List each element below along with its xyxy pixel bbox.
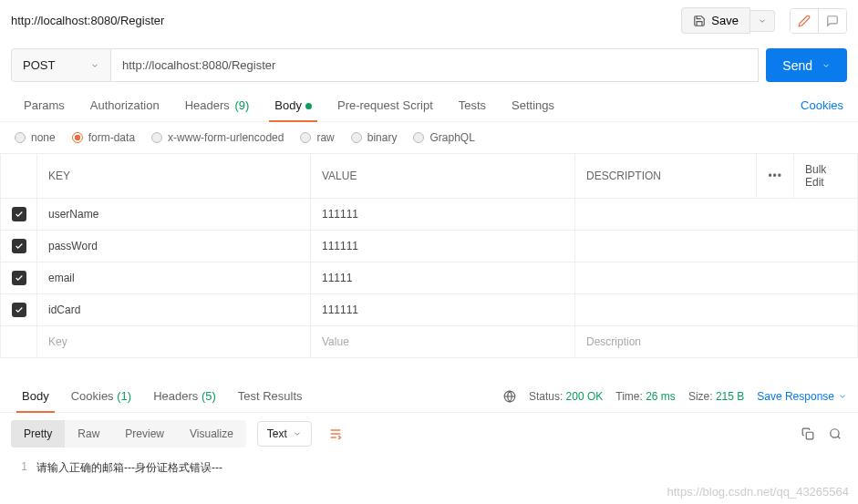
- description-cell[interactable]: [575, 294, 858, 326]
- table-row[interactable]: userName111111: [1, 199, 858, 231]
- key-cell[interactable]: email: [37, 262, 311, 294]
- svg-point-5: [831, 429, 839, 437]
- chevron-down-icon: [758, 16, 767, 26]
- tab-authorization[interactable]: Authorization: [78, 89, 172, 121]
- bulk-edit-link[interactable]: Bulk Edit: [805, 163, 826, 189]
- response-tab-headers[interactable]: Headers (5): [142, 380, 227, 412]
- table-row-new[interactable]: KeyValueDescription: [1, 326, 858, 358]
- checkbox[interactable]: [12, 303, 26, 317]
- tab-body[interactable]: Body: [262, 89, 325, 121]
- body-type-graphql[interactable]: GraphQL: [413, 131, 474, 144]
- wrap-icon: [328, 427, 343, 441]
- body-type-raw[interactable]: raw: [300, 131, 334, 144]
- tab-tests[interactable]: Tests: [446, 89, 499, 121]
- tab-params[interactable]: Params: [11, 89, 78, 121]
- view-pretty[interactable]: Pretty: [11, 420, 65, 447]
- save-button[interactable]: Save: [681, 7, 750, 34]
- value-placeholder[interactable]: Value: [311, 326, 575, 358]
- edit-button[interactable]: [791, 9, 818, 33]
- checkbox[interactable]: [12, 207, 26, 221]
- description-placeholder[interactable]: Description: [575, 326, 858, 358]
- save-response-link[interactable]: Save Response: [757, 390, 847, 403]
- table-row[interactable]: passWord111111: [1, 231, 858, 262]
- checkbox[interactable]: [12, 239, 26, 253]
- save-button-label: Save: [711, 14, 739, 27]
- method-value: POST: [23, 58, 55, 72]
- copy-icon: [801, 427, 814, 440]
- pencil-icon: [798, 15, 811, 27]
- wrap-button[interactable]: [321, 421, 350, 447]
- body-type-binary[interactable]: binary: [351, 131, 398, 144]
- key-cell[interactable]: userName: [37, 199, 311, 231]
- key-cell[interactable]: idCard: [37, 294, 311, 326]
- response-tab-body[interactable]: Body: [11, 380, 60, 412]
- body-type-form-data[interactable]: form-data: [72, 131, 135, 144]
- globe-icon[interactable]: [503, 390, 516, 403]
- key-cell[interactable]: passWord: [37, 231, 311, 262]
- url-input[interactable]: [111, 48, 759, 82]
- format-select[interactable]: Text: [257, 421, 312, 447]
- description-cell[interactable]: [575, 231, 858, 262]
- send-button-label: Send: [782, 58, 812, 73]
- breadcrumb: http://localhost:8080/Register: [11, 14, 674, 27]
- col-header-value: VALUE: [311, 154, 575, 199]
- more-columns-button[interactable]: •••: [768, 170, 782, 182]
- response-tab-cookies[interactable]: Cookies (1): [60, 380, 142, 412]
- value-cell[interactable]: 11111: [311, 262, 575, 294]
- col-header-description: DESCRIPTION: [575, 154, 757, 199]
- table-row[interactable]: email11111: [1, 262, 858, 294]
- tab-prerequest[interactable]: Pre-request Script: [325, 89, 446, 121]
- cookies-link[interactable]: Cookies: [797, 89, 847, 121]
- tab-settings[interactable]: Settings: [499, 89, 567, 121]
- col-header-key: KEY: [37, 154, 311, 199]
- value-cell[interactable]: 111111: [311, 231, 575, 262]
- response-tab-tests[interactable]: Test Results: [227, 380, 314, 412]
- chevron-down-icon: [90, 61, 99, 70]
- key-placeholder[interactable]: Key: [37, 326, 311, 358]
- view-preview[interactable]: Preview: [112, 420, 177, 447]
- save-icon: [693, 15, 706, 27]
- search-icon: [829, 427, 842, 440]
- watermark: https://blog.csdn.net/qq_43265564: [667, 485, 850, 499]
- checkbox[interactable]: [12, 271, 26, 285]
- save-dropdown-button[interactable]: [750, 10, 775, 32]
- value-cell[interactable]: 111111: [311, 199, 575, 231]
- chevron-down-icon: [822, 61, 831, 70]
- search-button[interactable]: [823, 422, 847, 446]
- copy-button[interactable]: [796, 422, 820, 446]
- send-button[interactable]: Send: [766, 48, 847, 82]
- description-cell[interactable]: [575, 199, 858, 231]
- svg-line-6: [838, 437, 841, 439]
- comment-icon: [826, 15, 839, 27]
- method-select[interactable]: POST: [11, 48, 111, 82]
- line-number: 1: [11, 460, 36, 476]
- comment-button[interactable]: [818, 9, 846, 33]
- form-data-table: KEY VALUE DESCRIPTION ••• Bulk Edit user…: [0, 153, 858, 358]
- view-visualize[interactable]: Visualize: [177, 420, 246, 447]
- table-row[interactable]: idCard111111: [1, 294, 858, 326]
- body-type-none[interactable]: none: [15, 131, 56, 144]
- value-cell[interactable]: 111111: [311, 294, 575, 326]
- body-type-xwww[interactable]: x-www-form-urlencoded: [151, 131, 284, 144]
- response-text: 请输入正确的邮箱---身份证格式错误---: [36, 460, 222, 476]
- tab-headers[interactable]: Headers (9): [172, 89, 263, 121]
- view-raw[interactable]: Raw: [65, 420, 112, 447]
- description-cell[interactable]: [575, 262, 858, 294]
- svg-rect-4: [806, 432, 813, 439]
